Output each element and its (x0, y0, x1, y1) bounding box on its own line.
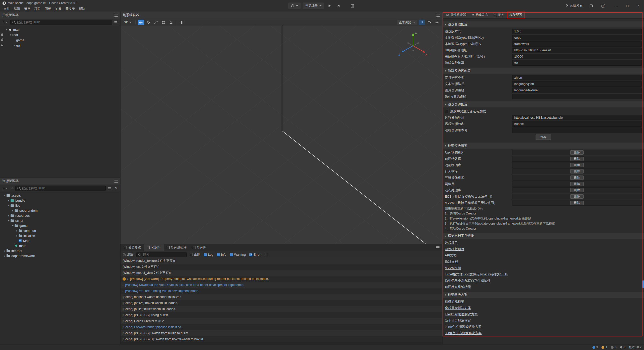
log-row[interactable]: [Window] model_view文件夹不存在 (120, 270, 442, 276)
view-mode-select[interactable]: 正常浏览 (397, 20, 417, 25)
tab-frame-config[interactable]: 框架配置 (507, 12, 525, 18)
expand-caret-icon[interactable] (123, 289, 124, 292)
snap-grid-button[interactable] (179, 20, 185, 25)
clear-console-button[interactable]: 清空 (123, 252, 133, 257)
log-row[interactable]: [Scene] [PHYSICS]: using builtin. (120, 312, 442, 318)
help-button[interactable] (600, 3, 607, 9)
expand-arrow-icon[interactable] (7, 199, 11, 202)
doc-link[interactable]: 3D角色扮演游戏解决方案 (445, 331, 482, 335)
doc-link[interactable]: ECS文档 (445, 259, 458, 264)
layout-button[interactable] (349, 3, 356, 9)
hierarchy-header[interactable]: 层级管理器 (0, 12, 120, 19)
value-input[interactable]: zh,en (512, 75, 642, 80)
hierarchy-search-input[interactable] (16, 20, 111, 24)
value-input[interactable]: language/texture (512, 88, 642, 93)
console-info-counter[interactable]: 3 (592, 345, 598, 349)
refresh-assets-button[interactable]: ↻ (113, 186, 118, 191)
delete-module-button[interactable]: 删除 (570, 194, 584, 199)
value-input[interactable]: 10000 (512, 54, 642, 59)
log-row[interactable]: [Scene] Cocos Creator v3.8.2 (120, 318, 442, 324)
log-filter-checkbox[interactable]: Info (217, 253, 226, 256)
assets-filter-button[interactable] (107, 186, 112, 191)
tab-build-publish[interactable]: 构建发布 (469, 12, 491, 18)
rotate-tool-button[interactable] (145, 20, 152, 25)
doc-link[interactable]: MVVM文档 (445, 266, 461, 270)
delete-module-button[interactable]: 删除 (570, 182, 584, 186)
doc-link[interactable]: 全栈开发解决方案 (445, 306, 471, 310)
log-row[interactable]: [Scene] Forward render pipeline initiali… (120, 324, 442, 330)
lock-icon[interactable] (1, 45, 3, 46)
chevron-down-icon[interactable] (445, 103, 446, 106)
doc-link[interactable]: Excel格式转Json文件与TypeScript代码工具 (445, 272, 508, 277)
menu-item[interactable]: 项目 (32, 7, 43, 11)
log-row[interactable]: [Window] render_texture文件夹不存在 (120, 258, 442, 264)
log-filter-checkbox[interactable]: Warning (230, 253, 246, 256)
panel-menu-icon[interactable] (436, 246, 439, 249)
doc-link[interactable]: 原生包热更新配置自动生成插件 (445, 278, 491, 283)
value-input[interactable]: bundle (512, 121, 642, 127)
menu-item[interactable]: 开发者 (63, 7, 77, 11)
log-row[interactable]: [Scene] [box2d]:box2d wasm lib loaded. (120, 300, 442, 306)
maximize-button[interactable]: □ (622, 0, 633, 12)
asset-node[interactable]: bundle (0, 198, 120, 203)
menu-item[interactable]: 帮助 (77, 7, 87, 11)
doc-link[interactable]: 动画状态机编辑器 (445, 285, 471, 289)
expand-arrow-icon[interactable] (11, 209, 15, 212)
expand-caret-icon[interactable] (127, 277, 129, 280)
lock-icon[interactable] (1, 34, 3, 36)
value-input[interactable]: oops (512, 35, 642, 40)
asset-node[interactable]: assets (0, 193, 120, 198)
transform-tool-button[interactable] (168, 20, 174, 25)
panel-menu-icon[interactable] (114, 14, 118, 17)
remote-load-checkbox[interactable] (445, 110, 448, 113)
tab-animation-graph[interactable]: 动画图 (190, 244, 210, 251)
menu-item[interactable]: 编辑 (12, 7, 22, 11)
play-button[interactable] (326, 3, 333, 9)
log-filter-checkbox[interactable]: Log (204, 253, 213, 256)
hierarchy-node[interactable]: main (0, 27, 120, 32)
asset-node[interactable]: resources (0, 213, 120, 218)
menu-item[interactable]: 文件 (2, 7, 12, 11)
asset-node[interactable]: libs (0, 203, 120, 208)
value-input[interactable]: http://localhost:8083/assets/bundle (512, 115, 642, 120)
log-row[interactable]: [Window] ecs文件夹不存在 (120, 264, 442, 270)
doc-link[interactable]: 新手引导解决方案 (445, 318, 471, 323)
expand-arrow-icon[interactable] (11, 224, 15, 227)
asset-node[interactable]: common (0, 228, 120, 233)
log-row[interactable]: [Scene] [bullet]:bullet wasm lib loaded. (120, 306, 442, 312)
create-node-button[interactable] (2, 20, 9, 25)
scene-header[interactable]: 场景编辑器 (120, 12, 442, 19)
sort-assets-button[interactable] (10, 186, 14, 191)
chevron-down-icon[interactable] (445, 293, 446, 296)
log-row[interactable]: [Scene] [PHYSICS2D]: switch from box2d-w… (120, 336, 442, 342)
expand-caret-icon[interactable] (123, 283, 124, 286)
chevron-down-icon[interactable] (445, 144, 446, 147)
asset-node[interactable]: oops-framework (0, 253, 120, 258)
delete-module-button[interactable]: 删除 (570, 157, 584, 161)
move-tool-button[interactable] (138, 20, 144, 25)
assets-header[interactable]: 资源管理器 (0, 178, 120, 185)
tab-asset-preview[interactable]: 资源预览 (121, 244, 144, 251)
mode-3d-toggle[interactable]: 3D (123, 20, 133, 25)
log-filter-checkbox[interactable]: 正则 (190, 252, 200, 257)
log-row[interactable]: [Window] Download the Vue Devtools exten… (120, 282, 442, 288)
asset-node[interactable]: script (0, 218, 120, 223)
chevron-down-icon[interactable] (445, 69, 446, 72)
log-filter-checkbox[interactable]: Error (249, 253, 261, 256)
value-input[interactable]: 60 (512, 60, 642, 66)
chevron-down-icon[interactable] (445, 23, 446, 26)
value-input[interactable] (512, 94, 642, 99)
asset-node[interactable]: internal (0, 248, 120, 253)
asset-node[interactable]: main (0, 243, 120, 248)
open-log-file-button[interactable] (264, 252, 269, 257)
tab-console[interactable]: 控制台 (144, 244, 164, 251)
expand-arrow-icon[interactable] (5, 28, 9, 31)
expand-arrow-icon[interactable] (15, 234, 19, 237)
hierarchy-node[interactable]: gui (0, 43, 120, 48)
panel-menu-icon[interactable] (114, 180, 118, 183)
console-search-input[interactable] (142, 252, 185, 257)
package-button[interactable] (588, 3, 595, 9)
notification-counter[interactable]: 0 (620, 345, 625, 349)
log-row[interactable]: [Scene] [PHYSICS]: switch from builtin t… (120, 330, 442, 336)
console-log-list[interactable]: [Window] render_texture文件夹不存在 [Window] e… (120, 258, 442, 344)
